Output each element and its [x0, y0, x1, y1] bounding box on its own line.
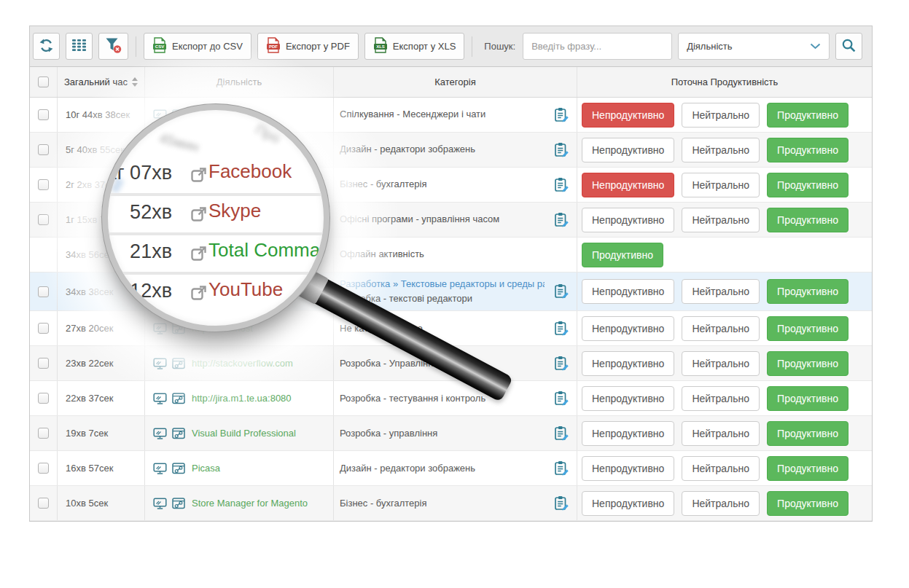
magnified-row-divider	[108, 232, 324, 235]
edit-category-icon[interactable]	[553, 320, 570, 337]
activity-name[interactable]: http://stackoverflow.com	[192, 358, 293, 369]
unproductive-button[interactable]: Непродуктивно	[582, 491, 674, 516]
neutral-button[interactable]: Нейтрально	[682, 491, 760, 516]
row-checkbox[interactable]	[38, 428, 49, 439]
export-xls-button[interactable]: XLS Експорт у XLS	[364, 33, 464, 60]
productive-button[interactable]: Продуктивно	[767, 138, 848, 162]
activity-name[interactable]: Picasa	[192, 463, 220, 474]
export-csv-button[interactable]: CSV Експорт до CSV	[144, 33, 251, 60]
neutral-button[interactable]: Нейтрально	[682, 279, 760, 304]
edit-category-icon[interactable]	[553, 355, 570, 372]
clear-filter-button[interactable]	[98, 33, 128, 60]
export-pdf-label: Експорт у PDF	[286, 41, 350, 52]
edit-category-icon[interactable]	[553, 141, 570, 158]
row-checkbox[interactable]	[38, 358, 49, 369]
magnified-activity-name: Facebook	[208, 160, 292, 183]
table-row: 10хв 5сек	[30, 486, 872, 521]
category-tooltip: Разработка » Текстовые редакторы и среды…	[340, 277, 545, 291]
magnified-row: 52хвSkype	[108, 199, 324, 228]
productive-button[interactable]: Продуктивно	[767, 386, 848, 411]
toolbar-divider	[136, 36, 136, 57]
monitor-icon	[153, 463, 168, 474]
unproductive-button[interactable]: Непродуктивно	[582, 173, 674, 197]
header-category: Категорія	[434, 77, 475, 87]
productive-button[interactable]: Продуктивно	[582, 243, 663, 267]
productive-button[interactable]: Продуктивно	[767, 456, 848, 481]
productive-button[interactable]: Продуктивно	[767, 279, 848, 304]
row-checkbox[interactable]	[38, 144, 49, 155]
neutral-button[interactable]: Нейтрально	[682, 138, 760, 162]
edit-category-icon[interactable]	[553, 106, 570, 123]
edit-category-icon[interactable]	[553, 425, 570, 442]
productive-button[interactable]: Продуктивно	[767, 491, 848, 516]
neutral-button[interactable]: Нейтрально	[682, 316, 760, 341]
row-checkbox[interactable]	[38, 179, 49, 190]
category-label: Офісні програми - управління часом	[340, 212, 545, 227]
refresh-button[interactable]	[33, 33, 60, 60]
productive-button[interactable]: Продуктивно	[767, 316, 848, 341]
row-checkbox[interactable]	[38, 109, 49, 120]
neutral-button[interactable]: Нейтрально	[682, 386, 760, 411]
unproductive-button[interactable]: Непродуктивно	[582, 386, 674, 411]
monitor-icon	[153, 498, 168, 509]
pdf-file-icon: PDF	[266, 37, 281, 55]
unproductive-button[interactable]: Непродуктивно	[582, 279, 674, 304]
external-link-icon	[190, 165, 208, 184]
magnified-activity-name: Total Comma	[208, 239, 320, 262]
activity: http://stackoverflow.com	[153, 358, 293, 369]
unproductive-button[interactable]: Непродуктивно	[582, 351, 674, 376]
monitor-icon	[153, 323, 168, 334]
productive-button[interactable]: Продуктивно	[767, 351, 848, 376]
edit-category-icon[interactable]	[553, 495, 570, 511]
magnified-activity-name: YouTube	[208, 278, 283, 301]
edit-category-icon[interactable]	[553, 390, 570, 407]
productive-button[interactable]: Продуктивно	[767, 103, 848, 128]
export-xls-label: Експорт у XLS	[393, 41, 456, 52]
activity-name[interactable]: Store Manager for Magento	[192, 498, 308, 509]
neutral-button[interactable]: Нейтрально	[682, 173, 760, 197]
category-label: Розробка - тестування і контроль	[340, 391, 545, 406]
edit-category-icon[interactable]	[553, 460, 570, 477]
sort-icon[interactable]	[132, 77, 138, 87]
total-time: 34хв 56сек	[66, 249, 113, 260]
unproductive-button[interactable]: Непродуктивно	[582, 316, 674, 341]
search-icon	[841, 38, 857, 55]
neutral-button[interactable]: Нейтрально	[682, 351, 760, 376]
edit-category-icon[interactable]	[553, 211, 570, 228]
productive-button[interactable]: Продуктивно	[767, 208, 848, 232]
select-all-checkbox[interactable]	[38, 77, 49, 87]
row-checkbox[interactable]	[38, 214, 49, 225]
unproductive-button[interactable]: Непродуктивно	[582, 421, 674, 446]
row-checkbox[interactable]	[38, 393, 49, 404]
unproductive-button[interactable]: Непродуктивно	[582, 138, 674, 162]
activity-name[interactable]: Visual Build Professional	[192, 428, 296, 439]
search-button[interactable]	[835, 33, 862, 60]
row-checkbox[interactable]	[38, 323, 49, 334]
unproductive-button[interactable]: Непродуктивно	[582, 208, 674, 232]
search-field-select[interactable]: Діяльність	[678, 33, 830, 60]
chevron-down-icon	[810, 43, 821, 50]
search-input[interactable]	[523, 33, 672, 60]
unproductive-button[interactable]: Непродуктивно	[582, 103, 674, 128]
columns-button[interactable]	[66, 33, 93, 60]
row-checkbox[interactable]	[38, 463, 49, 474]
row-checkbox[interactable]	[38, 286, 49, 297]
browser-link-icon	[172, 498, 185, 509]
neutral-button[interactable]: Нейтрально	[682, 103, 760, 128]
row-checkbox[interactable]	[38, 498, 49, 509]
total-time: 10хв 5сек	[66, 498, 108, 509]
edit-category-icon[interactable]	[553, 176, 570, 193]
neutral-button[interactable]: Нейтрально	[682, 456, 760, 481]
export-pdf-button[interactable]: PDF Експорт у PDF	[257, 33, 359, 60]
neutral-button[interactable]: Нейтрально	[682, 421, 760, 446]
productive-button[interactable]: Продуктивно	[767, 421, 848, 446]
activity-name[interactable]: http://jira.m1.te.ua:8080	[192, 393, 292, 404]
productive-button[interactable]: Продуктивно	[767, 173, 848, 197]
edit-category-icon[interactable]	[553, 283, 570, 300]
unproductive-button[interactable]: Непродуктивно	[582, 456, 674, 481]
table-row: 16хв 57сек	[30, 451, 872, 486]
total-time: 10г 44хв 38сек	[66, 109, 130, 120]
neutral-button[interactable]: Нейтрально	[682, 208, 760, 232]
magnifier-lens: 45мин Про ав 1г 07хвFacebook52хвSkype21х…	[102, 104, 329, 332]
magnified-time: 52хв	[102, 201, 172, 224]
